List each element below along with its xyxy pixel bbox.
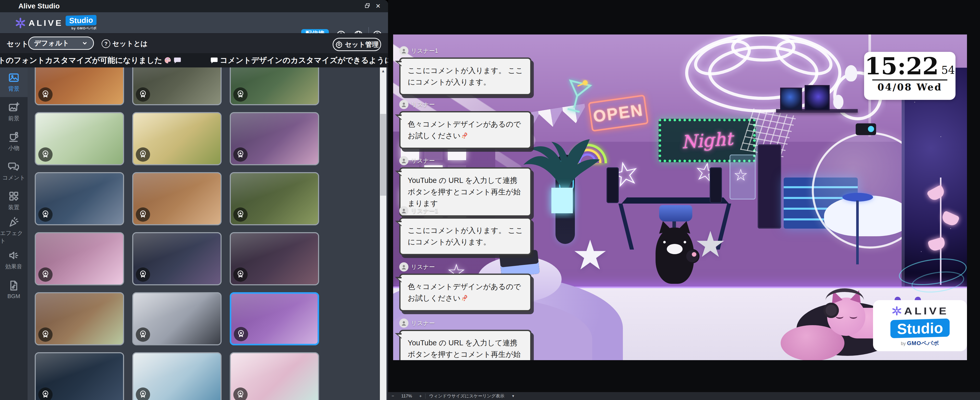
sidebar-item-comments[interactable]: コメント bbox=[0, 156, 27, 186]
sidebar-item-devices[interactable]: 装置 bbox=[0, 186, 27, 215]
premium-medal-icon bbox=[41, 210, 49, 219]
set-select-dropdown[interactable]: デフォルト bbox=[28, 37, 94, 50]
bunny-figure bbox=[833, 95, 843, 108]
black-cat-character bbox=[655, 228, 694, 284]
comment-text: ここにコメントが入ります。 ここにコメントが入ります。 bbox=[399, 217, 531, 255]
background-thumbnail-treehouse-room[interactable] bbox=[230, 172, 319, 225]
background-thumbnail-sunset-library[interactable] bbox=[230, 112, 319, 165]
sidebar-item-effects[interactable]: エフェクト bbox=[0, 215, 27, 245]
premium-medal-icon bbox=[237, 270, 244, 279]
speech-emoji-icon bbox=[173, 56, 181, 64]
background-thumbnail-grid bbox=[35, 67, 319, 400]
sidebar-item-bgm[interactable]: BGM bbox=[0, 275, 27, 304]
sidebar-item-props[interactable]: 小物 bbox=[0, 127, 27, 156]
background-thumbnail-witch-cauldron-library[interactable] bbox=[230, 232, 319, 285]
avatar bbox=[399, 262, 409, 271]
window-restore-button[interactable] bbox=[364, 3, 371, 10]
avatar bbox=[399, 319, 409, 328]
background-thumbnail-night-kitchen-counter[interactable] bbox=[132, 232, 221, 285]
zoom-out-button[interactable]: − bbox=[388, 394, 398, 399]
panel-scrollbar[interactable]: ▲ bbox=[380, 67, 387, 400]
product-name: Studio bbox=[65, 15, 97, 26]
premium-badge bbox=[38, 88, 52, 102]
set-manage-label: セット管理 bbox=[345, 40, 379, 49]
watermark-product: Studio bbox=[890, 318, 950, 338]
scrollbar-up-arrow[interactable]: ▲ bbox=[380, 67, 387, 75]
background-thumbnail-sunflower-tatami-room[interactable] bbox=[132, 112, 221, 165]
premium-medal-icon bbox=[139, 270, 147, 279]
avatar bbox=[399, 156, 409, 165]
zoom-in-button[interactable]: + bbox=[415, 394, 425, 399]
star-cushion-white: ★ bbox=[572, 231, 608, 279]
comment-text: YouTube の URL を入力して連携ボタンを押すとコメント再生が始まります bbox=[399, 330, 531, 360]
background-thumbnail-pink-bathroom[interactable] bbox=[230, 352, 319, 400]
premium-badge bbox=[233, 207, 248, 222]
logo-byline: by GMOペパボ bbox=[72, 26, 97, 31]
premium-medal-icon bbox=[41, 390, 49, 399]
set-manage-button[interactable]: セット管理 bbox=[332, 38, 381, 51]
watermark-brand: ALIVE bbox=[904, 305, 949, 317]
premium-badge bbox=[136, 387, 150, 400]
restore-icon bbox=[364, 3, 371, 9]
background-thumbnail-forest-living-room[interactable] bbox=[230, 67, 319, 105]
background-thumbnail-brick-plant-room[interactable] bbox=[35, 292, 124, 345]
sidebar-item-sound-effects[interactable]: 効果音 bbox=[0, 245, 27, 275]
comment-username: リスナー bbox=[411, 100, 435, 108]
announcement-2: コメントデザインのカスタマイズができるようになりました！ bbox=[210, 55, 388, 65]
premium-medal-icon bbox=[139, 390, 147, 399]
background-thumbnail-garden-window-room[interactable] bbox=[35, 112, 124, 165]
rocket-emoji-icon bbox=[460, 132, 468, 139]
listener-avatar-icon bbox=[401, 48, 407, 54]
comment-bubble: リスナー色々コメントデザインがあるのでお試しください bbox=[399, 262, 532, 311]
sidebar-item-background[interactable]: 背景 bbox=[0, 67, 27, 97]
premium-badge bbox=[38, 387, 52, 400]
gear-icon bbox=[335, 41, 343, 48]
premium-medal-icon bbox=[237, 90, 244, 99]
speaker bbox=[606, 167, 619, 203]
background-thumbnail-pink-girly-bedroom[interactable] bbox=[35, 232, 124, 285]
premium-badge bbox=[233, 387, 248, 400]
background-thumbnail-brick-cafe-room[interactable] bbox=[132, 172, 221, 225]
premium-medal-icon bbox=[139, 90, 147, 99]
listener-avatar-icon bbox=[401, 264, 407, 270]
bunny-figure bbox=[845, 65, 857, 81]
window-close-button[interactable]: ✕ bbox=[374, 3, 382, 10]
background-thumbnail-aquarium-shelf-room[interactable] bbox=[132, 352, 221, 400]
comment-bubble: リスナー1ここにコメントが入ります。 ここにコメントが入ります。 bbox=[399, 206, 532, 255]
alive-asterisk-icon bbox=[15, 18, 26, 29]
premium-medal-icon bbox=[237, 150, 244, 159]
background-thumbnail-navy-living-room[interactable] bbox=[35, 172, 124, 225]
sidebar-item-foreground[interactable]: 前景 bbox=[0, 97, 27, 127]
premium-medal-icon bbox=[237, 330, 245, 338]
comment-username: リスナー bbox=[411, 263, 435, 271]
zoom-level: 117% bbox=[398, 394, 415, 399]
clock-widget: 15:22 54 04/08 Wed bbox=[864, 52, 956, 100]
shelf-monitor bbox=[805, 85, 830, 111]
clock-time: 15:22 bbox=[865, 54, 939, 78]
comment-bubble: リスナー色々コメントデザインがあるのでお試しください bbox=[399, 100, 532, 149]
scaling-caret-icon[interactable]: ▼ bbox=[508, 394, 519, 398]
speech-emoji-icon bbox=[210, 56, 218, 64]
scrollbar-thumb[interactable] bbox=[380, 114, 386, 196]
alive-studio-window: Alive Studio ✕ ALIVE Studio by GMOペパボ 配信… bbox=[0, 0, 388, 400]
background-thumbnail-fireplace-teddy-room[interactable] bbox=[35, 67, 124, 105]
window-title: Alive Studio bbox=[18, 2, 60, 10]
background-thumbnail-piano-white-room[interactable] bbox=[132, 292, 221, 345]
palm-plant bbox=[521, 111, 603, 218]
star-display-case: ☆ bbox=[730, 155, 756, 199]
set-help-label: セットとは bbox=[112, 39, 148, 48]
background-thumbnail-night-bar-kitchen[interactable] bbox=[35, 352, 124, 400]
listener-avatar-icon bbox=[401, 158, 407, 164]
dark-shelf-unit bbox=[758, 144, 781, 229]
scaling-mode-label[interactable]: ウィンドウサイズにスケーリング表示 bbox=[426, 393, 508, 399]
background-thumbnail-dark-tv-green-sofa-room[interactable] bbox=[132, 67, 221, 105]
set-help-link[interactable]: ? セットとは bbox=[102, 39, 148, 48]
premium-medal-icon bbox=[41, 270, 49, 279]
disc-lamp bbox=[842, 193, 873, 202]
background-thumbnail-neon-purple-room[interactable] bbox=[230, 292, 319, 345]
premium-badge bbox=[136, 88, 150, 102]
preview-status-bar: − 117% + ウィンドウサイズにスケーリング表示 ▼ bbox=[388, 392, 980, 400]
avatar bbox=[399, 206, 409, 215]
stream-preview-canvas: OPEN Night ☆ ☆ ☆ bbox=[393, 35, 967, 360]
app-header: ALIVE Studio by GMOペパボ 配信接続 bbox=[0, 12, 388, 33]
